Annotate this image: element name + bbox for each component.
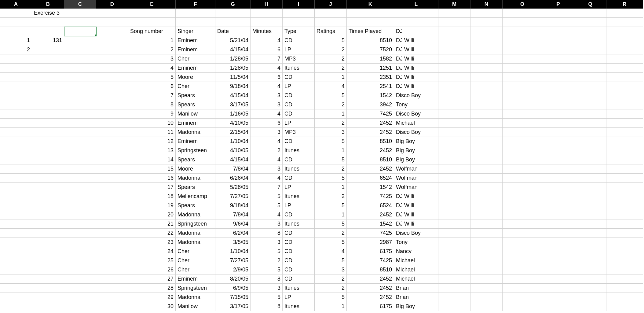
cell-rating[interactable]: 2 <box>315 54 347 64</box>
cell-date[interactable]: 9/18/04 <box>215 201 251 210</box>
cell-R31[interactable] <box>606 284 643 293</box>
cell-songnumber[interactable]: 20 <box>128 210 176 219</box>
header-times_played[interactable]: Times Played <box>347 27 394 36</box>
cell-songnumber[interactable]: 21 <box>128 219 176 229</box>
cell-O13[interactable] <box>503 119 542 128</box>
cell-B18[interactable] <box>32 164 64 174</box>
cell-rating[interactable]: 2 <box>315 100 347 109</box>
cell-type[interactable]: LP <box>283 293 315 302</box>
cell-Q21[interactable] <box>574 192 606 201</box>
cell-R17[interactable] <box>606 155 643 164</box>
cell-O4[interactable] <box>503 36 542 45</box>
cell-P11[interactable] <box>542 100 574 109</box>
cell-singer[interactable]: Eminem <box>176 119 215 128</box>
cell-type[interactable]: LP <box>283 183 315 192</box>
cell-D11[interactable] <box>96 100 128 109</box>
cell-D20[interactable] <box>96 183 128 192</box>
cell-C25[interactable] <box>64 229 96 238</box>
cell-M7[interactable] <box>438 64 470 73</box>
cell-date[interactable]: 5/21/04 <box>215 36 251 45</box>
cell-type[interactable]: Itunes <box>283 284 315 293</box>
cell-D25[interactable] <box>96 229 128 238</box>
cell-date[interactable]: 4/15/04 <box>215 91 251 100</box>
cell-D21[interactable] <box>96 192 128 201</box>
column-header-G[interactable]: G <box>215 0 251 9</box>
cell-N17[interactable] <box>470 155 503 164</box>
cell-A28[interactable] <box>0 256 32 265</box>
cell-M27[interactable] <box>438 247 470 256</box>
cell-N2[interactable] <box>470 18 503 27</box>
column-header-M[interactable]: M <box>438 0 470 9</box>
cell-O26[interactable] <box>503 238 542 247</box>
cell-B25[interactable] <box>32 229 64 238</box>
cell-dj[interactable]: DJ Willi <box>394 36 438 45</box>
cell-rating[interactable]: 2 <box>315 229 347 238</box>
cell-dj[interactable]: Big Boy <box>394 137 438 146</box>
cell-date[interactable]: 6/2/04 <box>215 229 251 238</box>
cell-dj[interactable]: Big Boy <box>394 146 438 155</box>
cell-N3[interactable] <box>470 27 503 36</box>
cell-minutes[interactable]: 5 <box>251 201 283 210</box>
cell-type[interactable]: CD <box>283 229 315 238</box>
cell-dj[interactable]: Disco Boy <box>394 91 438 100</box>
cell-rating[interactable]: 5 <box>315 36 347 45</box>
cell-A18[interactable] <box>0 164 32 174</box>
cell-D15[interactable] <box>96 137 128 146</box>
cell-date[interactable]: 11/5/04 <box>215 73 251 82</box>
cell-Q23[interactable] <box>574 210 606 219</box>
cell-type[interactable]: CD <box>283 256 315 265</box>
cell-date[interactable]: 4/15/04 <box>215 155 251 164</box>
cell-Q2[interactable] <box>574 18 606 27</box>
cell-B8[interactable] <box>32 73 64 82</box>
cell-type[interactable]: LP <box>283 45 315 54</box>
cell-timesplayed[interactable]: 2452 <box>347 293 394 302</box>
cell-O16[interactable] <box>503 146 542 155</box>
cell-D18[interactable] <box>96 164 128 174</box>
cell-B31[interactable] <box>32 284 64 293</box>
cell-R23[interactable] <box>606 210 643 219</box>
cell-N32[interactable] <box>470 293 503 302</box>
cell-minutes[interactable]: 4 <box>251 36 283 45</box>
cell-M21[interactable] <box>438 192 470 201</box>
cell-A14[interactable] <box>0 128 32 137</box>
cell-timesplayed[interactable]: 2987 <box>347 238 394 247</box>
cell-date[interactable]: 6/26/04 <box>215 174 251 183</box>
cell-C22[interactable] <box>64 201 96 210</box>
cell-minutes[interactable]: 4 <box>251 109 283 119</box>
cell-P23[interactable] <box>542 210 574 219</box>
cell-M1[interactable] <box>438 9 470 18</box>
cell-date[interactable]: 1/10/04 <box>215 137 251 146</box>
cell-O25[interactable] <box>503 229 542 238</box>
cell-type[interactable]: Itunes <box>283 146 315 155</box>
cell-O15[interactable] <box>503 137 542 146</box>
cell-C19[interactable] <box>64 174 96 183</box>
cell-type[interactable]: CD <box>283 247 315 256</box>
cell-M17[interactable] <box>438 155 470 164</box>
cell-B22[interactable] <box>32 201 64 210</box>
cell-N1[interactable] <box>470 9 503 18</box>
cell-R10[interactable] <box>606 91 643 100</box>
cell-timesplayed[interactable]: 8510 <box>347 137 394 146</box>
column-header-L[interactable]: L <box>394 0 438 9</box>
cell-A6[interactable] <box>0 54 32 64</box>
cell-O10[interactable] <box>503 91 542 100</box>
cell-O12[interactable] <box>503 109 542 119</box>
cell-N12[interactable] <box>470 109 503 119</box>
cell-M23[interactable] <box>438 210 470 219</box>
cell-date[interactable]: 3/17/05 <box>215 302 251 311</box>
cell-dj[interactable]: Wolfman <box>394 183 438 192</box>
cell-L1[interactable] <box>394 9 438 18</box>
cell-A33[interactable] <box>0 302 32 311</box>
cell-N25[interactable] <box>470 229 503 238</box>
cell-songnumber[interactable]: 28 <box>128 284 176 293</box>
cell-type[interactable]: Itunes <box>283 219 315 229</box>
cell-D27[interactable] <box>96 247 128 256</box>
cell-A8[interactable] <box>0 73 32 82</box>
cell-timesplayed[interactable]: 6524 <box>347 174 394 183</box>
cell-R4[interactable] <box>606 36 643 45</box>
cell-Q32[interactable] <box>574 293 606 302</box>
cell-R27[interactable] <box>606 247 643 256</box>
cell-O30[interactable] <box>503 274 542 284</box>
cell-A16[interactable] <box>0 146 32 155</box>
cell-singer[interactable]: Manilow <box>176 109 215 119</box>
